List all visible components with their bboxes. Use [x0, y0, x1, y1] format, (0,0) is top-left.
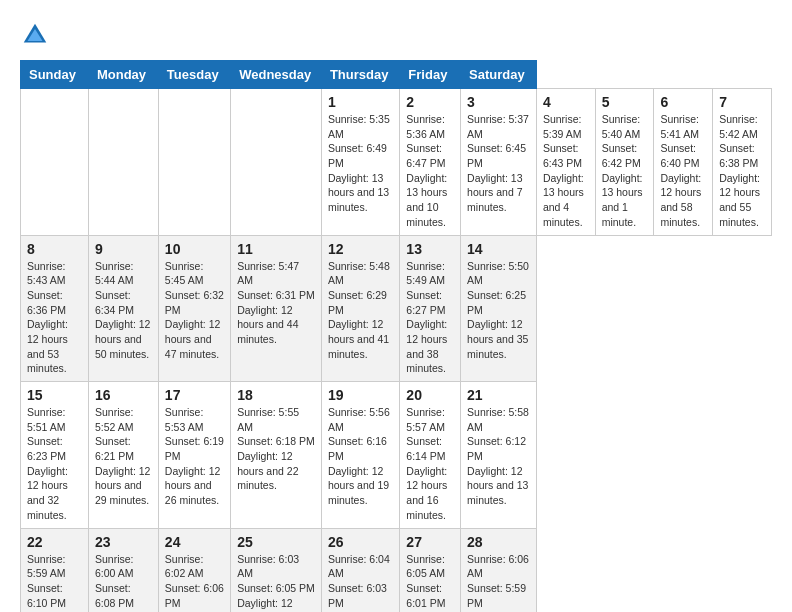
day-number: 3 [467, 94, 530, 110]
calendar-week-row: 22 Sunrise: 5:59 AM Sunset: 6:10 PM Dayl… [21, 528, 772, 612]
day-info: Sunrise: 5:55 AM Sunset: 6:18 PM Dayligh… [237, 406, 315, 491]
day-info: Sunrise: 5:37 AM Sunset: 6:45 PM Dayligh… [467, 113, 529, 213]
weekday-header-friday: Friday [400, 61, 461, 89]
day-number: 11 [237, 241, 315, 257]
day-info: Sunrise: 5:39 AM Sunset: 6:43 PM Dayligh… [543, 113, 584, 228]
calendar-day-cell: 10 Sunrise: 5:45 AM Sunset: 6:32 PM Dayl… [158, 235, 230, 382]
logo-icon [20, 20, 50, 50]
day-number: 23 [95, 534, 152, 550]
calendar-table: SundayMondayTuesdayWednesdayThursdayFrid… [20, 60, 772, 612]
day-number: 15 [27, 387, 82, 403]
day-number: 12 [328, 241, 393, 257]
day-info: Sunrise: 5:36 AM Sunset: 6:47 PM Dayligh… [406, 113, 447, 228]
calendar-day-cell: 14 Sunrise: 5:50 AM Sunset: 6:25 PM Dayl… [461, 235, 537, 382]
day-number: 5 [602, 94, 648, 110]
day-info: Sunrise: 5:41 AM Sunset: 6:40 PM Dayligh… [660, 113, 701, 228]
calendar-day-cell: 16 Sunrise: 5:52 AM Sunset: 6:21 PM Dayl… [88, 382, 158, 529]
day-info: Sunrise: 5:52 AM Sunset: 6:21 PM Dayligh… [95, 406, 150, 506]
day-info: Sunrise: 5:56 AM Sunset: 6:16 PM Dayligh… [328, 406, 390, 506]
calendar-day-cell [88, 89, 158, 236]
day-info: Sunrise: 5:51 AM Sunset: 6:23 PM Dayligh… [27, 406, 68, 521]
day-info: Sunrise: 5:57 AM Sunset: 6:14 PM Dayligh… [406, 406, 447, 521]
day-number: 17 [165, 387, 224, 403]
calendar-day-cell: 25 Sunrise: 6:03 AM Sunset: 6:05 PM Dayl… [231, 528, 322, 612]
calendar-day-cell [158, 89, 230, 236]
day-info: Sunrise: 5:42 AM Sunset: 6:38 PM Dayligh… [719, 113, 760, 228]
day-number: 6 [660, 94, 706, 110]
calendar-day-cell: 2 Sunrise: 5:36 AM Sunset: 6:47 PM Dayli… [400, 89, 461, 236]
calendar-day-cell: 8 Sunrise: 5:43 AM Sunset: 6:36 PM Dayli… [21, 235, 89, 382]
day-info: Sunrise: 6:02 AM Sunset: 6:06 PM Dayligh… [165, 553, 224, 613]
day-number: 24 [165, 534, 224, 550]
calendar-day-cell: 4 Sunrise: 5:39 AM Sunset: 6:43 PM Dayli… [536, 89, 595, 236]
calendar-day-cell [21, 89, 89, 236]
calendar-day-cell: 7 Sunrise: 5:42 AM Sunset: 6:38 PM Dayli… [713, 89, 772, 236]
day-number: 2 [406, 94, 454, 110]
day-number: 28 [467, 534, 530, 550]
calendar-day-cell [231, 89, 322, 236]
day-info: Sunrise: 5:44 AM Sunset: 6:34 PM Dayligh… [95, 260, 150, 360]
day-info: Sunrise: 5:45 AM Sunset: 6:32 PM Dayligh… [165, 260, 224, 360]
calendar-week-row: 8 Sunrise: 5:43 AM Sunset: 6:36 PM Dayli… [21, 235, 772, 382]
day-number: 16 [95, 387, 152, 403]
day-number: 20 [406, 387, 454, 403]
calendar-day-cell: 27 Sunrise: 6:05 AM Sunset: 6:01 PM Dayl… [400, 528, 461, 612]
day-info: Sunrise: 6:00 AM Sunset: 6:08 PM Dayligh… [95, 553, 150, 613]
day-info: Sunrise: 5:50 AM Sunset: 6:25 PM Dayligh… [467, 260, 529, 360]
weekday-header-saturday: Saturday [461, 61, 537, 89]
day-info: Sunrise: 6:06 AM Sunset: 5:59 PM Dayligh… [467, 553, 529, 613]
day-number: 7 [719, 94, 765, 110]
day-number: 19 [328, 387, 393, 403]
day-info: Sunrise: 6:05 AM Sunset: 6:01 PM Dayligh… [406, 553, 447, 613]
day-number: 13 [406, 241, 454, 257]
calendar-week-row: 15 Sunrise: 5:51 AM Sunset: 6:23 PM Dayl… [21, 382, 772, 529]
calendar-day-cell: 22 Sunrise: 5:59 AM Sunset: 6:10 PM Dayl… [21, 528, 89, 612]
weekday-header-monday: Monday [88, 61, 158, 89]
day-number: 25 [237, 534, 315, 550]
day-number: 21 [467, 387, 530, 403]
day-info: Sunrise: 5:35 AM Sunset: 6:49 PM Dayligh… [328, 113, 390, 213]
calendar-day-cell: 19 Sunrise: 5:56 AM Sunset: 6:16 PM Dayl… [321, 382, 399, 529]
calendar-day-cell: 21 Sunrise: 5:58 AM Sunset: 6:12 PM Dayl… [461, 382, 537, 529]
calendar-day-cell: 6 Sunrise: 5:41 AM Sunset: 6:40 PM Dayli… [654, 89, 713, 236]
day-number: 4 [543, 94, 589, 110]
day-info: Sunrise: 5:47 AM Sunset: 6:31 PM Dayligh… [237, 260, 315, 345]
day-number: 22 [27, 534, 82, 550]
day-info: Sunrise: 5:49 AM Sunset: 6:27 PM Dayligh… [406, 260, 447, 375]
calendar-day-cell: 24 Sunrise: 6:02 AM Sunset: 6:06 PM Dayl… [158, 528, 230, 612]
calendar-day-cell: 15 Sunrise: 5:51 AM Sunset: 6:23 PM Dayl… [21, 382, 89, 529]
calendar-day-cell: 26 Sunrise: 6:04 AM Sunset: 6:03 PM Dayl… [321, 528, 399, 612]
page-header [20, 20, 772, 50]
weekday-header-sunday: Sunday [21, 61, 89, 89]
day-number: 10 [165, 241, 224, 257]
logo [20, 20, 54, 50]
day-info: Sunrise: 6:04 AM Sunset: 6:03 PM Dayligh… [328, 553, 390, 613]
calendar-day-cell: 17 Sunrise: 5:53 AM Sunset: 6:19 PM Dayl… [158, 382, 230, 529]
calendar-day-cell: 20 Sunrise: 5:57 AM Sunset: 6:14 PM Dayl… [400, 382, 461, 529]
day-number: 8 [27, 241, 82, 257]
day-number: 27 [406, 534, 454, 550]
day-number: 9 [95, 241, 152, 257]
day-info: Sunrise: 5:40 AM Sunset: 6:42 PM Dayligh… [602, 113, 643, 228]
weekday-header-tuesday: Tuesday [158, 61, 230, 89]
calendar-day-cell: 1 Sunrise: 5:35 AM Sunset: 6:49 PM Dayli… [321, 89, 399, 236]
calendar-week-row: 1 Sunrise: 5:35 AM Sunset: 6:49 PM Dayli… [21, 89, 772, 236]
day-info: Sunrise: 5:58 AM Sunset: 6:12 PM Dayligh… [467, 406, 529, 506]
calendar-day-cell: 3 Sunrise: 5:37 AM Sunset: 6:45 PM Dayli… [461, 89, 537, 236]
day-number: 26 [328, 534, 393, 550]
day-info: Sunrise: 6:03 AM Sunset: 6:05 PM Dayligh… [237, 553, 315, 613]
day-info: Sunrise: 5:43 AM Sunset: 6:36 PM Dayligh… [27, 260, 68, 375]
day-info: Sunrise: 5:48 AM Sunset: 6:29 PM Dayligh… [328, 260, 390, 360]
day-number: 1 [328, 94, 393, 110]
calendar-day-cell: 5 Sunrise: 5:40 AM Sunset: 6:42 PM Dayli… [595, 89, 654, 236]
calendar-day-cell: 28 Sunrise: 6:06 AM Sunset: 5:59 PM Dayl… [461, 528, 537, 612]
calendar-day-cell: 13 Sunrise: 5:49 AM Sunset: 6:27 PM Dayl… [400, 235, 461, 382]
calendar-day-cell: 9 Sunrise: 5:44 AM Sunset: 6:34 PM Dayli… [88, 235, 158, 382]
calendar-day-cell: 23 Sunrise: 6:00 AM Sunset: 6:08 PM Dayl… [88, 528, 158, 612]
day-info: Sunrise: 5:59 AM Sunset: 6:10 PM Dayligh… [27, 553, 68, 613]
day-info: Sunrise: 5:53 AM Sunset: 6:19 PM Dayligh… [165, 406, 224, 506]
calendar-day-cell: 18 Sunrise: 5:55 AM Sunset: 6:18 PM Dayl… [231, 382, 322, 529]
weekday-header-thursday: Thursday [321, 61, 399, 89]
weekday-header-wednesday: Wednesday [231, 61, 322, 89]
calendar-day-cell: 11 Sunrise: 5:47 AM Sunset: 6:31 PM Dayl… [231, 235, 322, 382]
